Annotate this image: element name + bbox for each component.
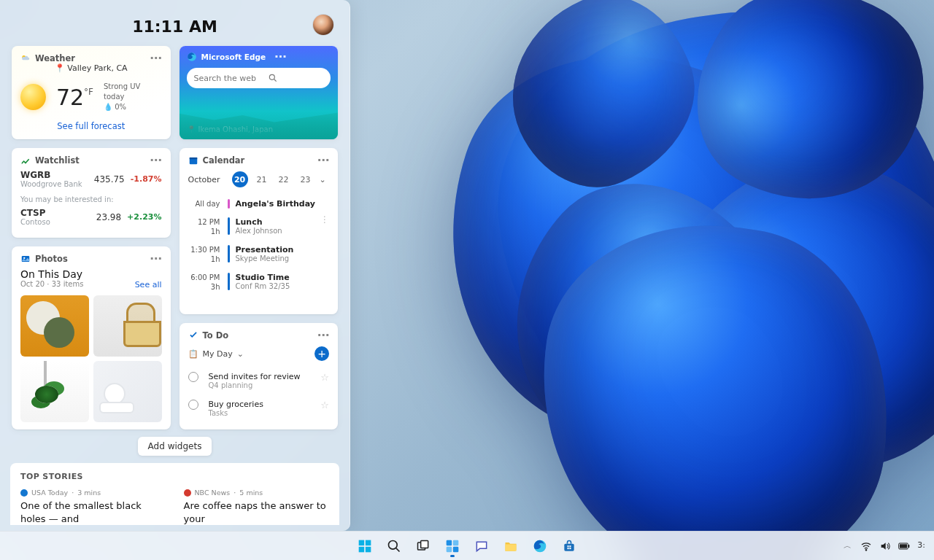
edge-icon [187,52,197,62]
search-icon [268,73,278,83]
svg-point-12 [389,540,398,549]
taskbar-clock[interactable]: 3: [917,541,925,551]
task-view-button[interactable] [410,534,436,559]
source-badge-icon [20,489,28,497]
photo-thumbnail[interactable] [93,295,162,357]
start-button[interactable] [352,534,378,559]
volume-icon[interactable] [879,540,891,552]
photos-widget[interactable]: Photos ⋯ On This Day Oct 20 · 33 items S… [12,246,171,429]
calendar-title: Calendar [203,155,245,166]
watchlist-title: Watchlist [35,155,80,166]
user-avatar[interactable] [313,15,333,35]
weather-icon [20,53,31,63]
add-widgets-button[interactable]: Add widgets [138,437,212,456]
calendar-day-20[interactable]: 20 [232,171,248,187]
photos-title: Photos [35,254,68,264]
chat-button[interactable] [468,534,495,559]
svg-rect-25 [568,548,569,549]
source-badge-icon [184,489,191,497]
battery-icon[interactable] [898,540,910,552]
calendar-month: October [188,175,220,184]
photos-heading: On This Day [20,268,83,280]
weather-more-icon[interactable]: ⋯ [150,55,162,61]
svg-rect-24 [569,545,571,547]
svg-rect-19 [453,546,459,552]
edge-browser-button[interactable] [527,534,553,559]
task-checkbox[interactable] [188,372,198,382]
event-more-icon[interactable]: ⋮ [320,217,329,222]
todo-more-icon[interactable]: ⋯ [317,332,329,338]
store-button[interactable] [556,534,582,559]
todo-task[interactable]: Buy groceriesTasks ☆ [188,394,330,422]
svg-point-27 [866,549,867,550]
news-story[interactable]: USA Today · 3 mins One of the smallest b… [20,489,166,525]
calendar-event[interactable]: All day Angela's Birthday [188,195,330,213]
panel-clock: 11:11 AM [132,18,217,36]
svg-rect-20 [506,544,517,551]
taskbar-search-button[interactable] [381,534,407,559]
svg-rect-15 [421,540,428,548]
calendar-event[interactable]: 12 PM1h LunchAlex Johnson ⋮ [188,213,330,241]
svg-rect-17 [453,540,459,545]
edge-more-icon[interactable]: ⋯ [274,54,286,60]
svg-rect-10 [359,546,365,552]
bloom-graphic [343,0,934,560]
watchlist-suggestion-row[interactable]: CTSP Contoso 23.98 +2.23% [20,203,162,230]
todo-task[interactable]: Send invites for reviewQ4 planning ☆ [188,367,330,394]
calendar-day-22[interactable]: 22 [276,171,292,187]
svg-rect-29 [900,544,907,548]
weather-title: Weather [35,53,75,63]
svg-rect-11 [366,546,371,552]
svg-rect-18 [447,546,452,552]
watchlist-icon [20,155,31,166]
svg-rect-30 [908,545,909,548]
watchlist-suggestion-label: You may be interested in: [20,192,162,203]
photos-more-icon[interactable]: ⋯ [150,256,162,262]
calendar-more-icon[interactable]: ⋯ [317,158,329,163]
wifi-icon[interactable] [860,540,872,552]
calendar-event[interactable]: 1:30 PM1h PresentationSkype Meeting [188,241,330,268]
calendar-widget[interactable]: Calendar ⋯ October 20 21 22 23 ⌄ All day… [180,148,339,314]
task-star-icon[interactable]: ☆ [320,372,329,383]
photos-icon [20,254,31,264]
photo-thumbnail[interactable] [20,295,89,357]
todo-widget[interactable]: To Do ⋯ 📋 My Day ⌄ + Send invites for re… [180,323,339,429]
temperature-value: 72°F [56,85,93,110]
todo-list-name[interactable]: My Day [203,349,233,359]
weather-widget[interactable]: Weather ⋯ 📍 Valley Park, CA 72°F Strong … [12,46,171,139]
file-explorer-button[interactable] [498,534,524,559]
watchlist-widget[interactable]: Watchlist ⋯ WGRB Woodgrove Bank 435.75 -… [12,148,171,238]
calendar-day-21[interactable]: 21 [254,171,270,187]
svg-line-3 [274,79,277,82]
photo-thumbnail[interactable] [20,361,89,422]
top-stories-section: TOP STORIES USA Today · 3 mins One of th… [10,463,339,525]
watchlist-more-icon[interactable]: ⋯ [150,158,162,163]
calendar-day-23[interactable]: 23 [298,171,314,187]
add-task-button[interactable]: + [314,346,329,361]
task-checkbox[interactable] [188,400,198,410]
news-story[interactable]: NBC News · 5 mins Are coffee naps the an… [184,489,330,525]
widgets-button[interactable] [439,534,466,559]
todo-icon [188,330,198,341]
edge-search-input[interactable]: Search the web [187,68,331,88]
tray-overflow-icon[interactable]: ︿ [841,540,853,552]
edge-title: Microsoft Edge [201,52,266,61]
photo-thumbnail[interactable] [93,361,162,422]
svg-point-2 [269,74,274,79]
todo-list-dropdown-icon[interactable]: ⌄ [237,349,244,359]
see-full-forecast-link[interactable]: See full forecast [20,115,162,131]
calendar-event[interactable]: 6:00 PM3h Studio TimeConf Rm 32/35 [188,268,330,296]
watchlist-row[interactable]: WGRB Woodgrove Bank 435.75 -1.87% [20,166,162,192]
edge-widget[interactable]: Microsoft Edge ⋯ Search the web 📍 Ikema … [180,46,339,139]
calendar-expand-icon[interactable]: ⌄ [320,175,326,184]
task-star-icon[interactable]: ☆ [320,400,329,411]
top-stories-header: TOP STORIES [20,472,329,489]
photos-see-all-link[interactable]: See all [135,280,162,289]
widgets-panel: 11:11 AM Weather ⋯ 📍 Valley Park, CA 72°… [0,0,350,531]
svg-rect-9 [366,540,371,545]
svg-point-7 [23,257,25,259]
svg-rect-16 [447,540,452,545]
svg-rect-8 [359,540,365,545]
svg-line-13 [396,548,400,551]
svg-rect-22 [564,543,574,551]
